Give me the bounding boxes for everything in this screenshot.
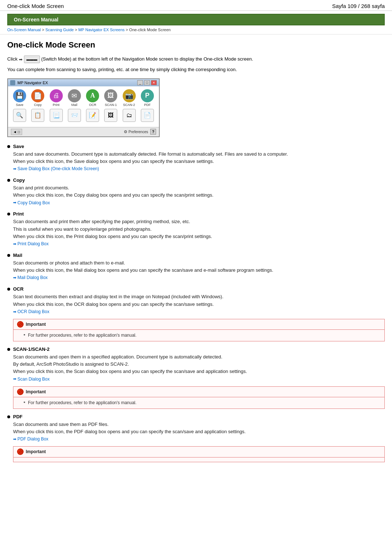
ocr-sq-icon: 📝	[86, 109, 99, 122]
bullet-mail	[7, 254, 10, 257]
section-mail: Mail Scan documents or photos and attach…	[7, 253, 385, 281]
intro-click-label: Click	[7, 56, 19, 62]
app-title: MP Navigator EX	[17, 81, 48, 85]
breadcrumb-link-3[interactable]: MP Navigator EX Screens	[78, 28, 125, 32]
copy-sq-item[interactable]: 📋	[30, 109, 46, 123]
mail-dialog-link[interactable]: Mail Dialog Box	[13, 274, 48, 281]
ocr-important-header: 🚫 Important	[13, 319, 384, 330]
section-save-title: Save	[13, 144, 24, 149]
copy-circle-icon: 📄	[31, 89, 44, 102]
scan1-icon-item[interactable]: 🖼 SCAN-1	[103, 89, 119, 107]
scan12-important-icon: 🚫	[17, 389, 24, 395]
pdf-important-body	[13, 457, 384, 462]
ocr-circle-icon: A	[86, 89, 99, 102]
breadcrumb: On-Screen Manual > Scanning Guide > MP N…	[0, 25, 392, 34]
pdf-icon-item[interactable]: P PDF	[139, 89, 155, 107]
section-pdf-title: PDF	[13, 414, 23, 419]
ocr-sq-item[interactable]: 📝	[85, 109, 101, 123]
page-title: One-click Mode Screen	[7, 40, 385, 50]
top-bar: One-click Mode Screen Sayfa 109 / 268 sa…	[0, 0, 392, 11]
mail-sq-item[interactable]: 📨	[66, 109, 82, 123]
section-scan12-body: Scan documents and open them in a specif…	[7, 353, 385, 409]
mail-icon-item[interactable]: ✉ Mail	[66, 89, 82, 107]
scan12-important-title: Important	[26, 389, 46, 395]
help-label: ?	[152, 130, 154, 134]
scan2-icon-item[interactable]: 📷 SCAN-2	[121, 89, 137, 107]
section-pdf-body: Scan documents and save them as PDF file…	[7, 421, 385, 462]
prefs-icon: ⚙	[124, 130, 127, 134]
copy-dialog-link[interactable]: Copy Dialog Box	[13, 200, 50, 206]
ocr-dialog-link[interactable]: OCR Dialog Box	[13, 308, 49, 315]
on-screen-manual-header: On-Screen Manual	[7, 14, 385, 25]
section-save-body: Scan and save documents. Document type i…	[7, 151, 385, 172]
section-ocr-title: OCR	[13, 286, 24, 292]
bullet-pdf	[7, 415, 10, 418]
section-ocr: OCR Scan text documents then extract and…	[7, 286, 385, 341]
copy-sq-icon: 📋	[31, 109, 44, 122]
section-copy-body: Scan and print documents. When you click…	[7, 184, 385, 206]
intro-paragraph-2: You can complete from scanning to saving…	[7, 66, 385, 73]
scan1-circle-icon: 🖼	[104, 89, 117, 102]
pdf-sq-item[interactable]: 📄	[139, 109, 155, 123]
save-sq-item[interactable]: 🔍	[12, 109, 28, 123]
scan12-important-item: For further procedures, refer to the app…	[24, 399, 381, 406]
main-content: One-click Mode Screen Click ➡ ▬▬▬ (Switc…	[0, 34, 392, 473]
pdf-sq-icon: 📄	[141, 109, 154, 122]
intro-paragraph-1: Click ➡ ▬▬▬ (Switch Mode) at the bottom …	[7, 56, 385, 63]
print-circle-icon: 🖨	[50, 89, 63, 102]
icon-row-1: 💾 Save 📄 Copy 🖨 Print ✉ Mail A OCR	[12, 89, 155, 107]
section-pdf: PDF Scan documents and save them as PDF …	[7, 414, 385, 462]
prefs-label: Preferences	[128, 130, 148, 134]
copy-icon-item[interactable]: 📄 Copy	[30, 89, 46, 107]
scan1-label: SCAN-1	[105, 103, 117, 107]
help-button[interactable]: ?	[150, 129, 156, 135]
section-scan12: SCAN-1/SCAN-2 Scan documents and open th…	[7, 346, 385, 409]
switch-box-icon: □	[18, 130, 20, 134]
mp-navigator-screenshot: MP Navigator EX _ □ ✕ 💾 Save 📄 Copy	[7, 78, 160, 137]
icon-row-2: 🔍 📋 📃 📨 📝 🖼 🗂	[12, 109, 155, 123]
section-save: Save Scan and save documents. Document t…	[7, 144, 385, 172]
switch-mode-button-image: ➡ ▬▬▬	[19, 56, 40, 63]
breadcrumb-link-2[interactable]: Scanning Guide	[45, 28, 74, 32]
section-mail-title: Mail	[13, 253, 22, 258]
ocr-icon-item[interactable]: A OCR	[85, 89, 101, 107]
save-sq-icon: 🔍	[13, 109, 26, 122]
switch-arrow-icon: ◄	[13, 130, 17, 134]
save-circle-icon: 💾	[13, 89, 26, 102]
ocr-label: OCR	[89, 103, 96, 107]
ocr-important-title: Important	[26, 321, 46, 328]
on-screen-manual-label: On-Screen Manual	[14, 17, 58, 22]
pdf-important-icon: 🚫	[17, 448, 24, 455]
print-sq-icon: 📃	[50, 109, 63, 122]
breadcrumb-link-1[interactable]: On-Screen Manual	[7, 28, 41, 32]
scan2-sq-item[interactable]: 🗂	[121, 109, 137, 123]
close-button[interactable]: ✕	[151, 80, 157, 85]
scan12-important-box: 🚫 Important For further procedures, refe…	[13, 386, 385, 409]
restore-button[interactable]: □	[144, 80, 150, 85]
scan2-circle-icon: 📷	[123, 89, 136, 102]
app-icon	[10, 80, 15, 85]
minimize-button[interactable]: _	[137, 80, 143, 85]
save-dialog-link[interactable]: Save Dialog Box (One-click Mode Screen)	[13, 165, 99, 172]
mail-sq-icon: 📨	[68, 109, 81, 122]
preferences-button[interactable]: ⚙ Preferences	[124, 130, 148, 134]
print-icon-item[interactable]: 🖨 Print	[48, 89, 64, 107]
section-ocr-body: Scan text documents then extract and dis…	[7, 293, 385, 341]
intro-text-after-icon: (Switch Mode) at the bottom left of the …	[41, 56, 253, 62]
pdf-dialog-link[interactable]: PDF Dialog Box	[13, 436, 48, 443]
mp-navigator-bottom-bar: ◄ □ ⚙ Preferences ?	[8, 127, 159, 136]
print-dialog-link[interactable]: Print Dialog Box	[13, 241, 49, 247]
print-sq-item[interactable]: 📃	[48, 109, 64, 123]
mp-navigator-body: 💾 Save 📄 Copy 🖨 Print ✉ Mail A OCR	[8, 86, 159, 127]
scan-dialog-link[interactable]: Scan Dialog Box	[13, 376, 50, 383]
section-copy: Copy Scan and print documents. When you …	[7, 177, 385, 206]
switch-mode-btn[interactable]: ◄ □	[11, 129, 22, 135]
scan1-sq-item[interactable]: 🖼	[103, 109, 119, 123]
scan2-label: SCAN-2	[123, 103, 135, 107]
scan1-sq-icon: 🖼	[104, 109, 117, 122]
ocr-important-body: For further procedures, refer to the app…	[13, 330, 384, 341]
screen-title: One-click Mode Screen	[7, 3, 64, 9]
mail-label: Mail	[72, 103, 78, 107]
pdf-label: PDF	[144, 103, 151, 107]
save-icon-item[interactable]: 💾 Save	[12, 89, 28, 107]
